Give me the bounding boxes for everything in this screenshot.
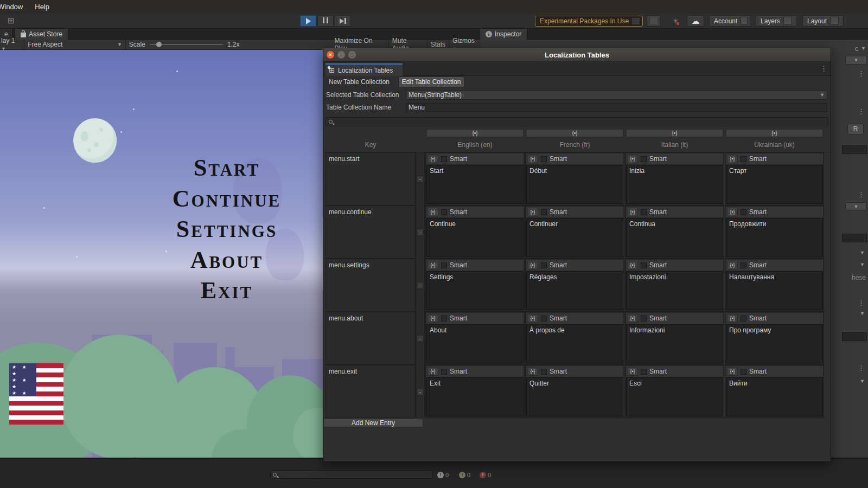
entry-properties-icon[interactable]: {•} — [627, 367, 638, 376]
smart-checkbox[interactable] — [741, 209, 746, 215]
window-close-button[interactable]: × — [327, 51, 334, 59]
smart-checkbox[interactable] — [541, 156, 547, 162]
entry-properties-icon[interactable]: {•} — [627, 155, 638, 163]
edit-table-collection-button[interactable]: Edit Table Collection — [398, 76, 465, 87]
tab-localization-tables[interactable]: ⊞ Localization Tables — [326, 63, 403, 76]
key-field[interactable]: menu.settings — [326, 259, 416, 312]
smart-checkbox[interactable] — [541, 262, 547, 268]
column-properties-button-en[interactable]: {•} — [426, 129, 524, 137]
inspector-chevron-icon-6[interactable]: ▼ — [860, 378, 865, 384]
scale-slider[interactable] — [150, 44, 223, 45]
translation-field[interactable]: Налаштування — [726, 271, 823, 310]
collab-button[interactable]: ✳ — [668, 15, 684, 27]
translation-field[interactable]: Inizia — [626, 165, 723, 204]
translation-field[interactable]: Impostazioni — [626, 271, 723, 310]
scale-slider-thumb[interactable] — [156, 42, 162, 47]
entry-properties-icon[interactable]: {•} — [627, 208, 638, 216]
cloud-button[interactable]: ☁ — [687, 15, 704, 27]
translation-field[interactable]: Продовжити — [726, 218, 823, 257]
smart-checkbox[interactable] — [741, 369, 746, 375]
inspector-chevron-icon-5[interactable]: ▼ — [860, 311, 865, 316]
smart-checkbox[interactable] — [441, 316, 447, 322]
stats-toggle[interactable]: Stats — [431, 41, 445, 48]
game-menu-continue[interactable]: Continue — [129, 184, 323, 215]
entry-properties-icon[interactable]: {•} — [527, 367, 538, 376]
pause-button[interactable] — [317, 15, 334, 27]
entry-properties-icon[interactable]: {•} — [527, 314, 538, 323]
remove-entry-button[interactable]: - — [417, 335, 424, 342]
entry-properties-icon[interactable]: {•} — [527, 208, 538, 216]
translation-field[interactable]: Settings — [426, 271, 524, 310]
entry-properties-icon[interactable]: {•} — [627, 314, 638, 323]
window-minimize-button[interactable]: – — [337, 51, 345, 59]
column-header-ukrainian[interactable]: Ukrainian (uk) — [725, 138, 824, 152]
add-new-entry-button[interactable]: Add New Entry — [323, 419, 423, 427]
entry-properties-icon[interactable]: {•} — [427, 208, 438, 216]
tab-asset-store[interactable]: Asset Store — [15, 29, 68, 40]
translation-field[interactable]: Про програму — [726, 324, 823, 363]
translation-field[interactable]: Début — [526, 165, 623, 204]
snap-grid-icon[interactable]: ⊞ — [8, 16, 18, 27]
translation-field[interactable]: Continue — [426, 218, 524, 257]
translation-field[interactable]: À propos de — [526, 324, 623, 363]
smart-checkbox[interactable] — [441, 156, 447, 162]
experimental-packages-badge[interactable]: Experimental Packages In Use — [535, 16, 643, 27]
experimental-dropdown-icon[interactable] — [631, 17, 640, 25]
smart-checkbox[interactable] — [741, 156, 746, 162]
game-menu-start[interactable]: Start — [129, 153, 323, 184]
game-menu-exit[interactable]: Exit — [129, 275, 323, 306]
table-search-input[interactable] — [326, 117, 828, 126]
smart-checkbox[interactable] — [641, 316, 647, 322]
column-properties-button-uk[interactable]: {•} — [726, 129, 823, 137]
tab-inspector[interactable]: i Inspector — [480, 29, 527, 40]
smart-checkbox[interactable] — [441, 209, 447, 215]
smart-checkbox[interactable] — [441, 369, 447, 375]
smart-checkbox[interactable] — [541, 316, 547, 322]
remove-entry-button[interactable]: - — [417, 388, 424, 395]
translation-field[interactable]: Continuer — [526, 218, 623, 257]
translation-field[interactable]: Старт — [726, 165, 823, 204]
column-header-key[interactable]: Key — [326, 138, 416, 152]
layers-dropdown[interactable]: Layers — [756, 15, 797, 27]
entry-properties-icon[interactable]: {•} — [727, 155, 738, 163]
translation-field[interactable]: Quitter — [526, 377, 623, 416]
console-info-badge[interactable]: !0 — [437, 471, 449, 479]
remove-entry-button[interactable]: - — [417, 282, 424, 289]
aspect-dropdown[interactable]: Free Aspect▼ — [28, 41, 122, 48]
layout-dropdown[interactable]: Layout — [802, 15, 844, 27]
menu-help[interactable]: Help — [35, 3, 49, 11]
console-warning-badge[interactable]: !0 — [459, 471, 470, 479]
column-properties-button-fr[interactable]: {•} — [526, 129, 623, 137]
translation-field[interactable]: Informazioni — [626, 324, 723, 363]
entry-properties-icon[interactable]: {•} — [527, 155, 538, 163]
entry-properties-icon[interactable]: {•} — [727, 208, 738, 216]
smart-checkbox[interactable] — [641, 156, 647, 162]
entry-properties-icon[interactable]: {•} — [727, 261, 738, 269]
translation-field[interactable]: Start — [426, 165, 524, 204]
translation-field[interactable]: Réglages — [526, 271, 623, 310]
column-header-english[interactable]: English (en) — [425, 138, 525, 152]
play-button[interactable] — [300, 15, 316, 27]
component-kebab-icon-2[interactable]: ⋮ — [858, 190, 865, 198]
inspector-chevron-sliver-2[interactable]: ▼ — [845, 202, 867, 210]
project-search-input[interactable] — [270, 470, 433, 479]
translation-field[interactable]: Continua — [626, 218, 723, 257]
us-flag-image[interactable]: ★ ★ ★ ★ ★ ★ ★ ★ ★ ★ ★ ★ ★ ★ ★ — [9, 363, 63, 425]
translation-field[interactable]: Exit — [426, 377, 524, 416]
key-field[interactable]: menu.exit — [326, 365, 416, 418]
inspector-chevron-icon-4[interactable]: ▼ — [860, 262, 865, 267]
smart-checkbox[interactable] — [741, 316, 746, 322]
entry-properties-icon[interactable]: {•} — [527, 261, 538, 269]
column-header-french[interactable]: French (fr) — [525, 138, 624, 152]
component-kebab-icon[interactable]: ⋮ — [858, 107, 865, 115]
smart-checkbox[interactable] — [441, 262, 447, 268]
services-button[interactable] — [647, 15, 661, 27]
key-field[interactable]: menu.about — [326, 312, 416, 365]
smart-checkbox[interactable] — [641, 262, 647, 268]
entry-properties-icon[interactable]: {•} — [427, 314, 438, 323]
key-field[interactable]: menu.continue — [326, 206, 416, 259]
translation-field[interactable]: About — [426, 324, 524, 363]
column-header-italian[interactable]: Italian (it) — [625, 138, 724, 152]
smart-checkbox[interactable] — [641, 369, 647, 375]
r-button[interactable]: R — [847, 124, 864, 134]
